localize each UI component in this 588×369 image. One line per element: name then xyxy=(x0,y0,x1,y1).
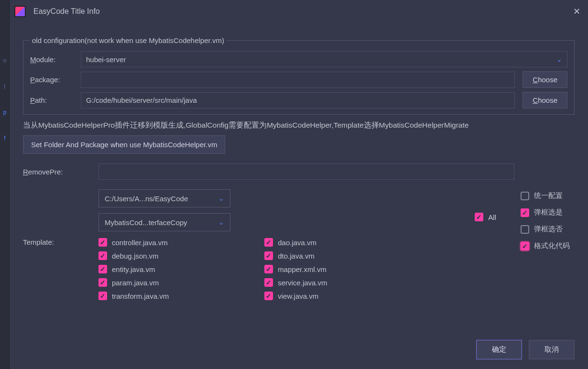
package-choose-button[interactable]: Choose xyxy=(523,71,567,88)
template-checkbox[interactable]: ✓view.java.vm xyxy=(264,292,327,300)
template-checkbox[interactable]: ✓dto.java.vm xyxy=(264,251,327,260)
removepre-row: RemovePre: xyxy=(23,163,575,180)
old-config-fieldset: old configuration(not work when use Myba… xyxy=(23,36,575,115)
option-checkbox[interactable]: 弹框选否 xyxy=(521,225,570,234)
checkbox-label: controller.java.vm xyxy=(112,239,168,247)
right-option-panel: 统一配置✓弹框选是弹框选否✓格式化代码 xyxy=(521,191,570,250)
option-checkbox[interactable]: ✓格式化代码 xyxy=(521,241,570,250)
path-choose-button[interactable]: Choose xyxy=(523,92,567,109)
template-checkbox[interactable]: ✓debug.json.vm xyxy=(98,251,169,260)
dialog-footer: 确定 取消 xyxy=(476,340,575,359)
checkbox-label: view.java.vm xyxy=(278,292,318,300)
check-icon xyxy=(521,225,529,234)
checkbox-label: 格式化代码 xyxy=(534,241,570,250)
content: old configuration(not work when use Myba… xyxy=(10,23,588,300)
check-icon: ✓ xyxy=(264,251,273,260)
module-label: Module: xyxy=(30,55,73,64)
check-icon: ✓ xyxy=(521,208,529,217)
template-column-1: ✓controller.java.vm✓debug.json.vm✓entity… xyxy=(98,238,169,300)
template-checkbox[interactable]: ✓mapper.xml.vm xyxy=(264,265,327,273)
template-group-dropdown[interactable]: MybatisCod...terfaceCopy ⌄ xyxy=(98,213,230,231)
ok-button[interactable]: 确定 xyxy=(476,340,522,359)
module-select[interactable]: hubei-server ⌄ xyxy=(81,51,567,67)
check-icon: ✓ xyxy=(98,278,107,287)
module-value: hubei-server xyxy=(86,55,126,64)
check-icon: ✓ xyxy=(521,242,529,250)
close-icon[interactable]: ✕ xyxy=(573,6,580,17)
checkbox-label: 弹框选是 xyxy=(534,208,563,217)
fieldset-legend: old configuration(not work when use Myba… xyxy=(30,36,226,44)
check-icon: ✓ xyxy=(264,292,273,300)
checkbox-label: dao.java.vm xyxy=(278,239,316,247)
titlebar: EasyCode Title Info ✕ xyxy=(10,0,588,23)
path-row: Path: G:/code/hubei/server/src/main/java… xyxy=(30,92,567,109)
check-icon: ✓ xyxy=(98,265,107,273)
checkbox-label: transform.java.vm xyxy=(112,292,169,300)
template-checkbox[interactable]: ✓transform.java.vm xyxy=(98,292,169,300)
app-icon xyxy=(14,6,26,17)
checkbox-label: entity.java.vm xyxy=(112,265,155,273)
template-area: Template: ✓controller.java.vm✓debug.json… xyxy=(23,238,575,300)
package-input[interactable] xyxy=(81,72,515,88)
checkbox-label: debug.json.vm xyxy=(112,252,159,260)
template-column-2: ✓dao.java.vm✓dto.java.vm✓mapper.xml.vm✓s… xyxy=(264,238,327,300)
path-label: Path: xyxy=(30,96,73,104)
package-label: Package: xyxy=(30,76,73,84)
window-title: EasyCode Title Info xyxy=(33,7,100,16)
removepre-input[interactable] xyxy=(98,163,514,180)
template-checkbox[interactable]: ✓entity.java.vm xyxy=(98,265,169,273)
checkbox-label: mapper.xml.vm xyxy=(278,265,327,273)
package-row: Package: Choose xyxy=(30,71,567,88)
chevron-down-icon: ⌄ xyxy=(556,55,562,63)
check-icon: ✓ xyxy=(264,265,273,273)
dialog-window: EasyCode Title Info ✕ old configuration(… xyxy=(10,0,588,369)
set-folder-button[interactable]: Set Folder And Package when use MybatisC… xyxy=(23,135,225,154)
check-icon: ✓ xyxy=(98,292,107,300)
removepre-label: RemovePre: xyxy=(23,168,91,176)
option-checkbox[interactable]: ✓弹框选是 xyxy=(521,208,570,217)
template-checkbox[interactable]: ✓controller.java.vm xyxy=(98,238,169,247)
template-checkbox[interactable]: ✓param.java.vm xyxy=(98,278,169,287)
all-checkbox[interactable]: ✓ All xyxy=(475,213,496,221)
check-icon: ✓ xyxy=(264,238,273,247)
checkbox-label: service.java.vm xyxy=(278,279,327,287)
path-input[interactable]: G:/code/hubei/server/src/main/java xyxy=(81,92,515,109)
template-label: Template: xyxy=(23,238,91,300)
module-row: Module: hubei-server ⌄ xyxy=(30,51,567,67)
check-icon: ✓ xyxy=(264,278,273,287)
check-icon: ✓ xyxy=(98,251,107,260)
option-checkbox[interactable]: 统一配置 xyxy=(521,191,570,200)
template-checkbox[interactable]: ✓dao.java.vm xyxy=(264,238,327,247)
chevron-down-icon: ⌄ xyxy=(218,195,224,202)
checkbox-label: dto.java.vm xyxy=(278,252,315,260)
check-icon: ✓ xyxy=(475,213,483,221)
migration-info-text: 当从MybatisCodeHelperPro插件迁移到模版生成,GlobalCo… xyxy=(23,119,575,130)
config-path-dropdown[interactable]: C:/Users/A...ns/EasyCode ⌄ xyxy=(98,189,230,207)
check-icon: ✓ xyxy=(98,238,107,247)
checkbox-label: param.java.vm xyxy=(112,279,159,287)
template-checkbox[interactable]: ✓service.java.vm xyxy=(264,278,327,287)
check-icon xyxy=(521,192,529,200)
dropdown-row: C:/Users/A...ns/EasyCode ⌄ MybatisCod...… xyxy=(23,189,575,231)
editor-gutter: ntpf xyxy=(0,0,10,369)
chevron-down-icon: ⌄ xyxy=(218,218,224,226)
checkbox-label: 弹框选否 xyxy=(534,225,563,234)
checkbox-label: 统一配置 xyxy=(534,191,563,200)
cancel-button[interactable]: 取消 xyxy=(529,340,575,359)
